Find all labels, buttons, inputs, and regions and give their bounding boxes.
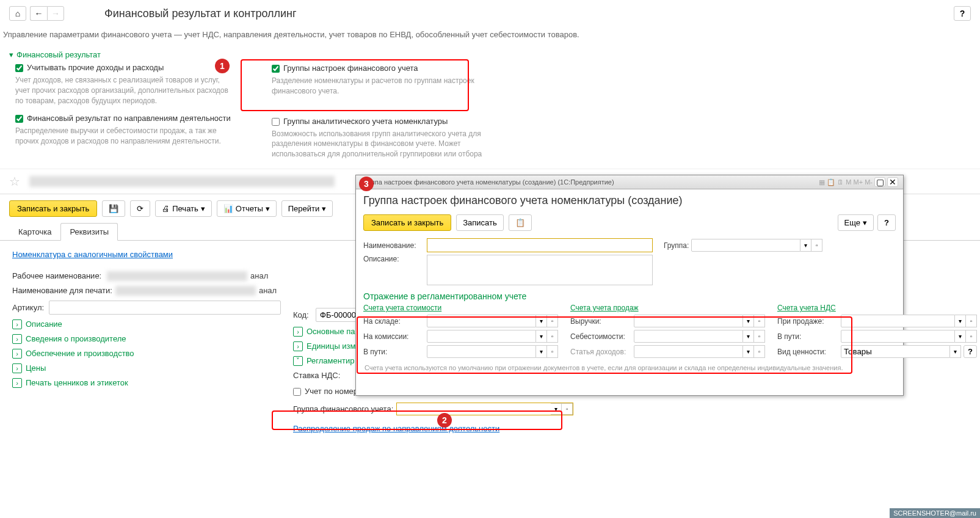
popup-desc-input[interactable] bbox=[427, 255, 653, 285]
page-title: Финансовый результат и контроллинг bbox=[104, 7, 297, 20]
popup-section-title: Отражение в регламентированном учете bbox=[363, 291, 896, 301]
window-icons[interactable]: ▦ 📋 🗓 M M+ M- bbox=[819, 178, 873, 186]
popup-ref-icon-button[interactable]: 📋 bbox=[509, 214, 532, 231]
section-title: Финансовый результат bbox=[16, 50, 101, 59]
popup-group-label: Группа: bbox=[664, 241, 689, 250]
badge-1: 1 bbox=[215, 59, 230, 73]
forward-button[interactable]: → bbox=[47, 6, 64, 21]
col-vat-accounts[interactable]: Счета учета НДС bbox=[777, 304, 977, 312]
popup-name-input[interactable] bbox=[427, 238, 653, 252]
anal-suffix-2: анал bbox=[259, 286, 277, 295]
cb-analytical-groups-help: Возможность использования групп аналитич… bbox=[260, 128, 504, 166]
page-description: Управление параметрами финансового учета… bbox=[0, 27, 980, 48]
collapse-icon[interactable]: ▾ bbox=[9, 50, 13, 59]
home-button[interactable]: ⌂ bbox=[9, 6, 26, 21]
fin-group-open[interactable]: ▫ bbox=[562, 403, 573, 415]
value-type-help[interactable]: ? bbox=[964, 345, 977, 358]
popup-save-close[interactable]: Записать и закрыть bbox=[363, 214, 451, 231]
exp-prices[interactable]: ›Цены bbox=[12, 363, 287, 373]
callout-1 bbox=[241, 59, 469, 111]
cb-other-income-label: Учитывать прочие доходы и расходы bbox=[27, 63, 164, 72]
star-icon[interactable]: ☆ bbox=[0, 169, 29, 194]
op-on-sale[interactable]: ▫ bbox=[966, 315, 977, 327]
in-on-sale[interactable] bbox=[841, 315, 955, 327]
badge-3: 3 bbox=[359, 177, 374, 191]
popup-close[interactable]: ✕ bbox=[887, 177, 898, 187]
badge-2: 2 bbox=[437, 413, 452, 428]
in-value-type[interactable] bbox=[841, 345, 950, 358]
popup-help-button[interactable]: ? bbox=[877, 214, 896, 231]
popup-more-button[interactable]: Еще ▾ bbox=[838, 214, 874, 231]
code-label: Код: bbox=[293, 310, 313, 319]
exp-manufacturer[interactable]: ›Сведения о производителе bbox=[12, 334, 287, 344]
print-name-label: Наименование для печати: bbox=[12, 286, 112, 295]
popup-titlebar-text: Группа настроек финансового учета номенк… bbox=[361, 178, 614, 186]
tab-details[interactable]: Реквизиты bbox=[60, 223, 118, 241]
popup-header: Группа настроек финансового учета номенк… bbox=[356, 189, 903, 212]
save-icon-button[interactable]: 💾 bbox=[102, 200, 125, 217]
callout-2 bbox=[272, 410, 562, 430]
exp-production[interactable]: ›Обеспечение и производство bbox=[12, 349, 287, 359]
cb-gtd[interactable] bbox=[293, 388, 301, 396]
print-button[interactable]: 🖨 Печать ▾ bbox=[155, 200, 212, 217]
popup-save[interactable]: Записать bbox=[456, 214, 504, 231]
article-label: Артикул: bbox=[12, 303, 46, 312]
exp-print-labels[interactable]: ›Печать ценников и этикеток bbox=[12, 378, 287, 388]
tab-card[interactable]: Карточка bbox=[9, 223, 60, 241]
popup-desc-label: Описание: bbox=[363, 255, 424, 263]
popup-group-dropdown[interactable]: ▾ bbox=[800, 239, 811, 252]
cb-other-income[interactable] bbox=[15, 64, 23, 72]
anal-suffix-1: анал bbox=[250, 271, 268, 280]
cb-result-directions[interactable] bbox=[15, 115, 23, 123]
help-button[interactable]: ? bbox=[954, 6, 971, 21]
save-close-button[interactable]: Записать и закрыть bbox=[9, 200, 97, 217]
cb-result-directions-help: Распределение выручки и себестоимости пр… bbox=[3, 125, 247, 153]
watermark: SCREENSHOTER@mail.ru bbox=[890, 508, 980, 518]
annotation-arrow bbox=[0, 442, 980, 518]
article-input[interactable] bbox=[49, 301, 281, 315]
callout-3 bbox=[357, 316, 852, 374]
col-cost-accounts[interactable]: Счета учета стоимости bbox=[363, 304, 558, 312]
print-name-blur bbox=[115, 286, 256, 296]
work-name-label: Рабочее наименование: bbox=[12, 271, 104, 280]
in-transit2[interactable] bbox=[841, 330, 955, 343]
blurred-title bbox=[29, 176, 335, 187]
popup-min[interactable]: ▢ bbox=[874, 177, 885, 187]
exp-description[interactable]: ›Описание bbox=[12, 319, 287, 329]
goto-button[interactable]: Перейти ▾ bbox=[281, 200, 333, 217]
reports-button[interactable]: 📊 Отчеты ▾ bbox=[217, 200, 277, 217]
cb-analytical-groups-label: Группы аналитического учета номенклатуры bbox=[283, 117, 448, 126]
cb-result-directions-label: Финансовый результат по направлениям дея… bbox=[27, 114, 231, 123]
refresh-button[interactable]: ⟳ bbox=[130, 200, 150, 217]
vat-rate-label: Ставка НДС: bbox=[293, 371, 343, 380]
popup-group-open[interactable]: ▫ bbox=[811, 239, 822, 252]
cb-other-income-help: Учет доходов, не связанных с реализацией… bbox=[3, 74, 247, 112]
popup-name-label: Наименование: bbox=[363, 241, 424, 250]
work-name-blur bbox=[107, 271, 247, 281]
popup-group-input[interactable] bbox=[691, 239, 800, 252]
cb-analytical-groups[interactable] bbox=[272, 118, 280, 126]
back-button[interactable]: ← bbox=[30, 6, 47, 21]
op-transit2[interactable]: ▫ bbox=[966, 330, 977, 343]
similar-props-link[interactable]: Номенклатура с аналогичными свойствами bbox=[12, 250, 173, 259]
dd-on-sale[interactable]: ▾ bbox=[955, 315, 966, 327]
dd-transit2[interactable]: ▾ bbox=[955, 330, 966, 343]
col-sales-accounts[interactable]: Счета учета продаж bbox=[570, 304, 765, 312]
dd-value-type[interactable]: ▾ bbox=[950, 345, 961, 358]
